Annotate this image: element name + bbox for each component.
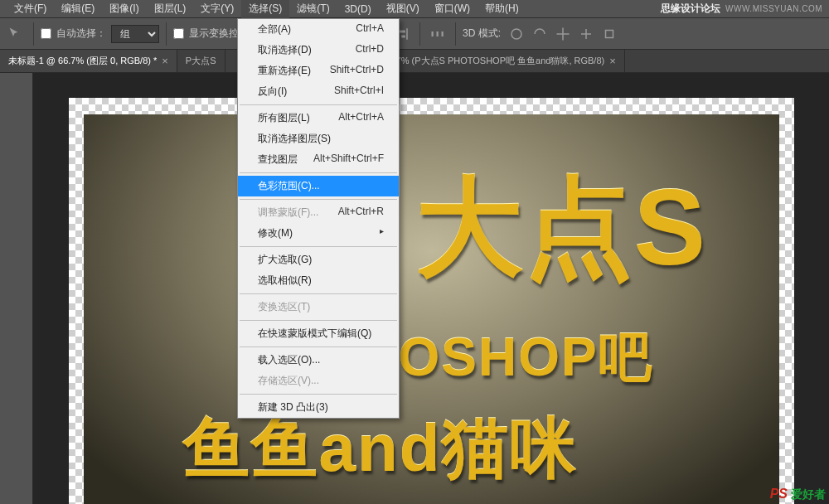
- menu-item-grow[interactable]: 扩大选取(G): [238, 250, 399, 270]
- mode-3d-label: 3D 模式:: [463, 27, 501, 41]
- tab-p-big-s-left[interactable]: P大点S: [177, 50, 225, 72]
- auto-select-checkbox[interactable]: [41, 28, 51, 39]
- svg-rect-22: [606, 30, 613, 37]
- menu-item-all-layers[interactable]: 所有图层(L)Alt+Ctrl+A: [238, 108, 399, 128]
- watermark-logo: 思缘设计论坛: [661, 2, 720, 16]
- pan-3d-icon[interactable]: [552, 23, 574, 45]
- watermark-url: WWW.MISSYUAN.COM: [725, 4, 822, 13]
- svg-rect-16: [399, 30, 405, 32]
- render-text-line2: OSHOP吧: [399, 322, 653, 394]
- menu-view[interactable]: 视图(V): [379, 0, 427, 18]
- menu-item-deselect[interactable]: 取消选择(D)Ctrl+D: [238, 40, 399, 61]
- document-tabs: 未标题-1 @ 66.7% (图层 0, RGB/8) * × P大点S 7% …: [0, 50, 829, 73]
- svg-point-21: [511, 29, 521, 39]
- menu-item-save-selection: 存储选区(V)...: [238, 371, 399, 391]
- scale-3d-icon[interactable]: [599, 23, 620, 45]
- menu-select[interactable]: 选择(S): [241, 0, 289, 18]
- menu-item-inverse[interactable]: 反向(I)Shift+Ctrl+I: [238, 81, 399, 102]
- menu-item-all[interactable]: 全部(A)Ctrl+A: [238, 19, 399, 40]
- menu-item-reselect[interactable]: 重新选择(E)Shift+Ctrl+D: [238, 61, 399, 81]
- workspace: 大点S OSHOP吧 鱼鱼and猫咪: [0, 73, 829, 504]
- tab-label: 未标题-1 @ 66.7% (图层 0, RGB/8) *: [8, 55, 157, 67]
- menu-item-transform-selection: 变换选区(T): [238, 297, 399, 317]
- menu-edit[interactable]: 编辑(E): [54, 0, 102, 18]
- corner-text: 爱好者: [791, 487, 826, 502]
- svg-rect-20: [442, 32, 444, 36]
- menu-item-color-range[interactable]: 色彩范围(C)...: [238, 176, 399, 196]
- menu-divider: [240, 394, 397, 395]
- watermark: 思缘设计论坛 WWW.MISSYUAN.COM: [661, 2, 822, 16]
- distribute-h-icon[interactable]: [427, 23, 448, 45]
- menu-divider: [240, 346, 397, 347]
- menu-item-new-3d-extrusion[interactable]: 新建 3D 凸出(3): [238, 397, 399, 418]
- menu-item-similar[interactable]: 选取相似(R): [238, 270, 399, 291]
- menu-divider: [240, 172, 397, 173]
- menu-filter[interactable]: 滤镜(T): [289, 0, 337, 18]
- move-tool-icon[interactable]: [5, 23, 27, 45]
- menu-divider: [240, 246, 397, 247]
- menu-type[interactable]: 文字(Y): [193, 0, 241, 18]
- menu-divider: [240, 293, 397, 294]
- close-icon[interactable]: ×: [162, 55, 168, 67]
- roll-3d-icon[interactable]: [529, 23, 550, 45]
- menu-item-modify[interactable]: 修改(M): [238, 223, 399, 244]
- tab-label: P大点S: [186, 55, 216, 67]
- menu-3d[interactable]: 3D(D): [337, 1, 379, 17]
- tab-label: 7% (P大点S PHOTOSHOP吧 鱼鱼and猫咪, RGB/8): [396, 55, 605, 67]
- corner-ps: PS: [770, 487, 788, 502]
- show-transform-checkbox[interactable]: [173, 28, 184, 39]
- corner-brand: PS 爱好者: [770, 487, 826, 502]
- menu-help[interactable]: 帮助(H): [478, 0, 526, 18]
- svg-rect-19: [437, 32, 439, 36]
- canvas: 大点S OSHOP吧 鱼鱼and猫咪: [69, 98, 794, 504]
- menu-file[interactable]: 文件(F): [7, 0, 54, 18]
- tools-panel[interactable]: [0, 73, 33, 504]
- select-menu-dropdown: 全部(A)Ctrl+A 取消选择(D)Ctrl+D 重新选择(E)Shift+C…: [237, 18, 400, 419]
- svg-rect-18: [432, 32, 434, 36]
- menu-divider: [240, 199, 397, 200]
- auto-select-label: 自动选择：: [56, 27, 106, 41]
- auto-select-dropdown[interactable]: 组: [111, 25, 159, 43]
- menu-image[interactable]: 图像(I): [102, 0, 146, 18]
- menu-layer[interactable]: 图层(L): [147, 0, 194, 18]
- svg-rect-17: [401, 35, 405, 37]
- menu-item-deselect-layers[interactable]: 取消选择图层(S): [238, 128, 399, 149]
- menu-item-refine-mask: 调整蒙版(F)...Alt+Ctrl+R: [238, 202, 399, 223]
- menu-divider: [240, 320, 397, 321]
- tab-p-big-s-right[interactable]: 7% (P大点S PHOTOSHOP吧 鱼鱼and猫咪, RGB/8) ×: [388, 50, 625, 72]
- canvas-area[interactable]: 大点S OSHOP吧 鱼鱼and猫咪: [33, 73, 829, 504]
- svg-rect-15: [406, 28, 408, 40]
- menu-window[interactable]: 窗口(W): [427, 0, 478, 18]
- orbit-3d-icon[interactable]: [506, 23, 527, 45]
- render-text-line1: 大点S: [415, 156, 708, 302]
- options-bar: 自动选择： 组 显示变换控件 3D 模式:: [0, 18, 829, 50]
- slide-3d-icon[interactable]: [575, 23, 597, 45]
- menu-item-quick-mask[interactable]: 在快速蒙版模式下编辑(Q): [238, 323, 399, 344]
- menu-item-load-selection[interactable]: 载入选区(O)...: [238, 350, 399, 371]
- menu-divider: [240, 104, 397, 105]
- rendered-image: 大点S OSHOP吧 鱼鱼and猫咪: [84, 114, 779, 504]
- tab-untitled[interactable]: 未标题-1 @ 66.7% (图层 0, RGB/8) * ×: [0, 50, 177, 72]
- mode-3d-icons: [506, 23, 620, 45]
- close-icon[interactable]: ×: [609, 55, 616, 67]
- menu-item-find-layers[interactable]: 查找图层Alt+Shift+Ctrl+F: [238, 149, 399, 170]
